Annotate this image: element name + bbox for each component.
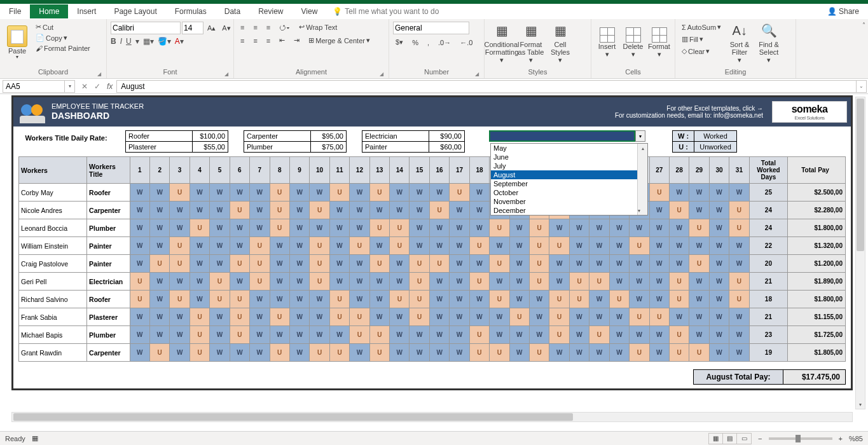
menu-tab-page-layout[interactable]: Page Layout [105,4,165,18]
month-selector[interactable]: ▾ MayJuneJulyAugustSeptemberOctoberNovem… [489,130,635,142]
zoom-in-icon[interactable]: + [839,435,843,442]
collapse-ribbon-icon[interactable]: ˄ [862,22,865,29]
format-cells-button[interactable]: Format▾ [647,22,671,64]
cut-button[interactable]: ✂ Cut [33,22,93,32]
table-row[interactable]: Grant RawdinCarpenterWUWUWWWUWUUWUWWWWUU… [19,344,846,362]
align-right-icon[interactable]: ≡ [264,35,273,46]
wrap-text-button[interactable]: ↩ Wrap Text [296,22,340,32]
italic-button[interactable]: I [120,37,122,46]
col-day: 17 [450,157,469,184]
clear-button[interactable]: ◇ Clear ▾ [679,46,724,57]
enter-formula-icon[interactable]: ✓ [92,82,103,91]
sort-filter-button[interactable]: A↓Sort & Filter▾ [726,22,753,64]
vertical-scrollbar[interactable]: ▴▾ [855,97,865,409]
indent-inc-icon[interactable]: ⇥ [291,35,302,46]
horizontal-scrollbar[interactable] [11,412,853,422]
col-day: 15 [410,157,429,184]
month-option[interactable]: July [491,161,647,170]
view-buttons[interactable]: ▦▤▭ [708,433,752,444]
zoom-level[interactable]: %85 [849,435,863,442]
align-center-icon[interactable]: ≡ [251,35,259,46]
macro-icon[interactable]: ▦ [32,434,38,442]
autosum-button[interactable]: Σ AutoSum ▾ [679,22,724,32]
menu-tab-data[interactable]: Data [216,4,249,18]
table-row[interactable]: Frank SabiaPlastererWWWUWUWUWWUUWWUWWWWU… [19,308,846,326]
menu-tab-home[interactable]: Home [30,4,68,18]
paste-button[interactable]: Paste▾ [4,22,31,64]
decrease-font-icon[interactable]: A▾ [219,22,233,34]
delete-cells-button[interactable]: Delete▾ [621,22,645,64]
font-color-button[interactable]: A▾ [175,37,184,46]
share-button[interactable]: 👤 Share [818,4,868,18]
zoom-slider[interactable] [769,437,832,440]
comma-icon[interactable]: , [425,37,432,48]
menu-tab-view[interactable]: View [293,4,327,18]
templates-link[interactable]: For other Excel templates, click → [615,105,763,112]
fx-icon[interactable]: fx [107,82,113,91]
worksheet-area[interactable]: EMPLOYEE TIME TRACKERDASHBOARD For other… [0,94,868,425]
number-format-select[interactable] [393,22,469,34]
menu-tab-review[interactable]: Review [249,4,292,18]
formula-bar-row: ▾ ✕✓ fx ⌄ [0,79,868,94]
expand-formula-bar-icon[interactable]: ⌄ [857,80,867,93]
formula-bar[interactable] [116,80,857,93]
copy-button[interactable]: 📄 Copy ▾ [33,32,93,43]
dec-decimal-icon[interactable]: ←.0 [457,37,475,48]
table-row[interactable]: Richard SalvinoRooferUWUWUUWWWWUWWUUWWWU… [19,291,846,308]
month-option[interactable]: October [491,188,647,197]
someka-logo: somekaExcel Solutions [772,101,847,123]
month-option[interactable]: May [491,144,647,153]
name-box-arrow[interactable]: ▾ [65,80,75,93]
tell-me[interactable]: 💡Tell me what you want to do [326,4,445,18]
find-select-button[interactable]: 🔍Find & Select▾ [755,22,782,64]
cell-styles-button[interactable]: ▦Cell Styles▾ [547,22,574,64]
table-row[interactable]: William EinsteinPainterWWUWWWUWWUWUWUWWW… [19,237,846,255]
month-option[interactable]: September [491,179,647,188]
month-option[interactable]: November [491,197,647,206]
total-pay-value: $17.475,00 [783,369,846,385]
align-middle-icon[interactable]: ≡ [251,22,259,32]
zoom-out-icon[interactable]: − [758,435,762,442]
month-option[interactable]: August [491,170,647,179]
conditional-formatting-button[interactable]: ▦Conditional Formatting▾ [488,22,515,64]
col-day: 30 [709,157,729,184]
orientation-icon[interactable]: ⭯▾ [277,22,293,32]
increase-font-icon[interactable]: A▴ [205,22,218,34]
font-name-select[interactable] [111,22,181,34]
menu-tab-formulas[interactable]: Formulas [166,4,216,18]
indent-dec-icon[interactable]: ⇤ [277,35,287,46]
table-row[interactable]: Michael BapisPlumberWWWUWUWWWWWUUWWWWUWW… [19,326,846,344]
fill-button[interactable]: ▥ Fill ▾ [679,34,724,44]
name-box[interactable] [3,80,65,93]
format-painter-button[interactable]: 🖌 Format Painter [33,43,93,53]
table-row[interactable]: Corby MayRooferWWUWWWWUWWUWUWWWUWWWWUWWW… [19,184,846,202]
underline-button[interactable]: U [126,37,132,46]
merge-center-button[interactable]: ⊞ Merge & Center ▾ [306,35,373,46]
align-left-icon[interactable]: ≡ [238,35,247,46]
inc-decimal-icon[interactable]: .0→ [436,37,453,48]
table-row[interactable]: Craig PastolovePainterWUUWWUUWWUWWUWUUWW… [19,255,846,273]
month-option[interactable]: June [491,153,647,161]
currency-icon[interactable]: $▾ [393,37,406,48]
bold-button[interactable]: B [111,37,116,46]
format-as-table-button[interactable]: ▦Format as Table▾ [518,22,544,64]
month-dropdown[interactable]: MayJuneJulyAugustSeptemberOctoberNovembe… [490,143,648,216]
month-option[interactable]: December [491,206,647,215]
col-day: 29 [689,157,709,184]
table-row[interactable]: Geri PellElectricianUWWWUWUWWUWWWWUWWUWW… [19,273,846,291]
dropdown-arrow-icon[interactable]: ▾ [635,130,645,142]
col-day: 13 [369,157,389,184]
percent-icon[interactable]: % [410,37,421,48]
table-row[interactable]: Nicole AndresCarpenterWWWWWUWUWUWWWWWUWW… [19,202,846,219]
font-size-select[interactable] [182,22,203,34]
table-row[interactable]: Leonard BocciaPlumberWWWUWWWUWWWWUUWWWWU… [19,219,846,237]
dashboard: EMPLOYEE TIME TRACKERDASHBOARD For other… [11,95,853,390]
menu-tab-file[interactable]: File [0,4,30,18]
menu-tab-insert[interactable]: Insert [68,4,105,18]
insert-cells-button[interactable]: Insert▾ [595,22,619,64]
align-bottom-icon[interactable]: ≡ [264,22,273,32]
fill-color-button[interactable]: 🪣▾ [158,37,171,46]
cancel-formula-icon[interactable]: ✕ [79,82,90,91]
align-top-icon[interactable]: ≡ [238,22,247,32]
border-button[interactable]: ▦▾ [143,37,154,46]
